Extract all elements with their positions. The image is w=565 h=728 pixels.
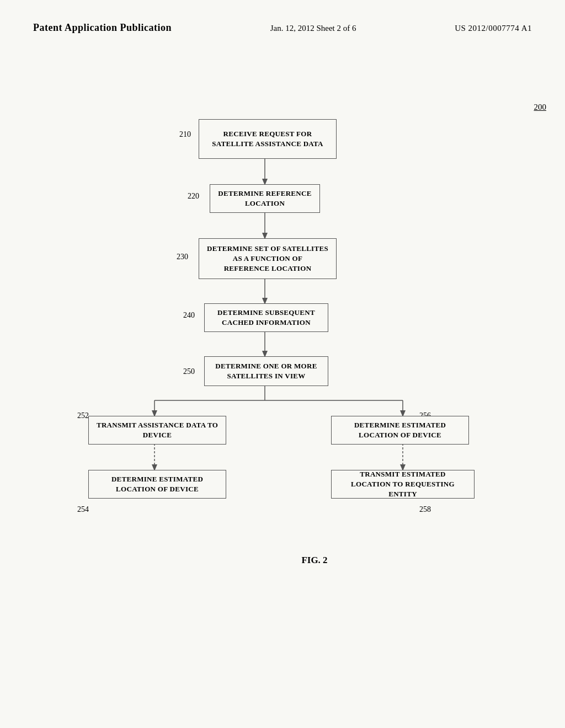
step-240-label: 240: [183, 311, 195, 320]
step-230-label: 230: [177, 253, 188, 261]
step-256-box: DETERMINE ESTIMATED LOCATION OF DEVICE: [331, 416, 469, 445]
publication-type: Patent Application Publication: [33, 22, 172, 34]
step-210-box: RECEIVE REQUEST FOR SATELLITE ASSISTANCE…: [199, 119, 337, 159]
step-254-text: DETERMINE ESTIMATED LOCATION OF DEVICE: [111, 474, 203, 494]
step-240-text: DETERMINE SUBSEQUENT CACHED INFORMATION: [217, 308, 315, 328]
step-220-label: 220: [188, 192, 199, 201]
patent-number: US 2012/0007774 A1: [455, 24, 532, 33]
step-258-text: TRANSMIT ESTIMATED LOCATION TO REQUESTIN…: [337, 469, 468, 500]
diagram-area: 200: [77, 103, 552, 599]
step-220-box: DETERMINE REFERENCE LOCATION: [210, 184, 320, 213]
step-250-label: 250: [183, 367, 195, 376]
step-230-text: DETERMINE SET OF SATELLITES AS A FUNCTIO…: [207, 244, 328, 274]
diagram-number: 200: [534, 103, 547, 112]
step-230-box: DETERMINE SET OF SATELLITES AS A FUNCTIO…: [199, 238, 337, 279]
step-252-box: TRANSMIT ASSISTANCE DATA TO DEVICE: [88, 416, 226, 445]
step-256-text: DETERMINE ESTIMATED LOCATION OF DEVICE: [354, 420, 446, 440]
publication-date: Jan. 12, 2012 Sheet 2 of 6: [270, 24, 356, 33]
step-240-box: DETERMINE SUBSEQUENT CACHED INFORMATION: [204, 303, 328, 332]
page-header: Patent Application Publication Jan. 12, …: [33, 22, 532, 36]
step-258-label: 258: [419, 505, 431, 514]
connector-lines: [77, 103, 552, 599]
step-252-text: TRANSMIT ASSISTANCE DATA TO DEVICE: [94, 420, 220, 440]
step-210-text: RECEIVE REQUEST FOR SATELLITE ASSISTANCE…: [212, 129, 323, 149]
step-258-box: TRANSMIT ESTIMATED LOCATION TO REQUESTIN…: [331, 470, 475, 499]
step-254-box: DETERMINE ESTIMATED LOCATION OF DEVICE: [88, 470, 226, 499]
step-250-text: DETERMINE ONE OR MORE SATELLITES IN VIEW: [215, 361, 317, 381]
step-250-box: DETERMINE ONE OR MORE SATELLITES IN VIEW: [204, 356, 328, 386]
step-220-text: DETERMINE REFERENCE LOCATION: [218, 189, 311, 208]
step-252-label: 252: [77, 411, 89, 420]
page: Patent Application Publication Jan. 12, …: [0, 0, 565, 728]
figure-caption: FIG. 2: [301, 555, 327, 566]
step-254-label: 254: [77, 505, 89, 514]
step-210-label: 210: [179, 130, 191, 139]
